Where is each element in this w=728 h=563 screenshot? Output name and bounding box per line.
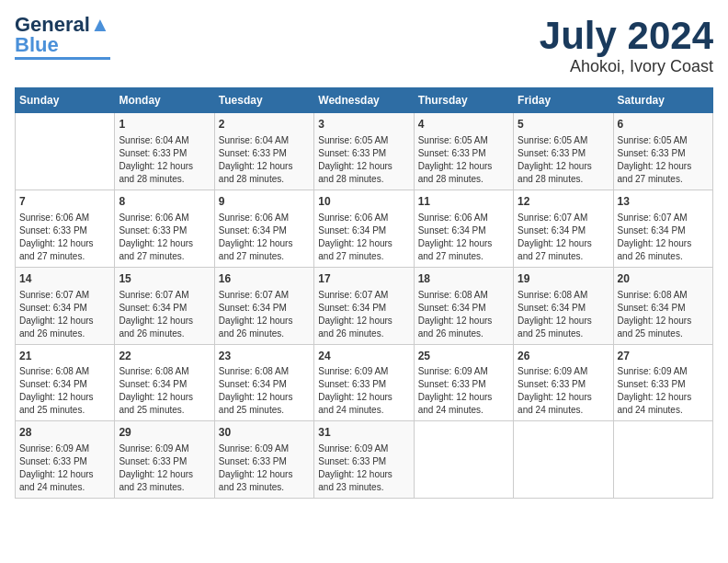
day-number: 8 [119, 194, 210, 210]
day-number: 17 [318, 271, 409, 287]
day-cell: 13Sunrise: 6:07 AM Sunset: 6:34 PM Dayli… [613, 190, 712, 267]
day-number: 1 [119, 117, 210, 132]
day-info: Sunrise: 6:09 AM Sunset: 6:33 PM Dayligh… [318, 442, 409, 494]
day-cell: 20Sunrise: 6:08 AM Sunset: 6:34 PM Dayli… [613, 267, 712, 344]
day-cell: 17Sunrise: 6:07 AM Sunset: 6:34 PM Dayli… [314, 267, 414, 344]
weekday-header-wednesday: Wednesday [314, 88, 414, 113]
day-info: Sunrise: 6:06 AM Sunset: 6:34 PM Dayligh… [219, 212, 310, 263]
day-info: Sunrise: 6:07 AM Sunset: 6:34 PM Dayligh… [219, 289, 310, 340]
day-cell: 1Sunrise: 6:04 AM Sunset: 6:33 PM Daylig… [115, 113, 214, 190]
day-cell: 16Sunrise: 6:07 AM Sunset: 6:34 PM Dayli… [214, 267, 313, 344]
day-cell: 24Sunrise: 6:09 AM Sunset: 6:33 PM Dayli… [314, 344, 414, 421]
day-number: 10 [318, 194, 409, 210]
day-info: Sunrise: 6:05 AM Sunset: 6:33 PM Dayligh… [418, 134, 509, 186]
day-number: 27 [618, 349, 709, 364]
day-number: 22 [119, 349, 210, 364]
day-info: Sunrise: 6:08 AM Sunset: 6:34 PM Dayligh… [418, 289, 509, 340]
day-number: 12 [518, 194, 609, 210]
day-cell: 21Sunrise: 6:08 AM Sunset: 6:34 PM Dayli… [16, 344, 115, 421]
day-cell: 27Sunrise: 6:09 AM Sunset: 6:33 PM Dayli… [613, 344, 712, 421]
day-info: Sunrise: 6:09 AM Sunset: 6:33 PM Dayligh… [518, 365, 609, 417]
day-number: 25 [418, 349, 509, 364]
week-row-3: 14Sunrise: 6:07 AM Sunset: 6:34 PM Dayli… [16, 267, 713, 344]
day-cell: 11Sunrise: 6:06 AM Sunset: 6:34 PM Dayli… [414, 190, 513, 267]
day-cell: 14Sunrise: 6:07 AM Sunset: 6:34 PM Dayli… [16, 267, 115, 344]
day-number: 21 [19, 349, 110, 364]
day-cell [16, 113, 115, 190]
day-info: Sunrise: 6:09 AM Sunset: 6:33 PM Dayligh… [418, 365, 509, 417]
logo-text: General▲ [15, 15, 110, 35]
day-info: Sunrise: 6:09 AM Sunset: 6:33 PM Dayligh… [19, 442, 110, 494]
day-cell: 26Sunrise: 6:09 AM Sunset: 6:33 PM Dayli… [514, 344, 613, 421]
day-info: Sunrise: 6:05 AM Sunset: 6:33 PM Dayligh… [518, 134, 609, 186]
day-number: 23 [219, 349, 310, 364]
calendar-table: SundayMondayTuesdayWednesdayThursdayFrid… [15, 87, 713, 499]
day-info: Sunrise: 6:09 AM Sunset: 6:33 PM Dayligh… [119, 442, 210, 494]
day-info: Sunrise: 6:06 AM Sunset: 6:34 PM Dayligh… [318, 212, 409, 263]
day-cell: 5Sunrise: 6:05 AM Sunset: 6:33 PM Daylig… [514, 113, 613, 190]
day-info: Sunrise: 6:04 AM Sunset: 6:33 PM Dayligh… [119, 134, 210, 186]
day-cell: 19Sunrise: 6:08 AM Sunset: 6:34 PM Dayli… [514, 267, 613, 344]
title-block: July 2024 Ahokoi, Ivory Coast [540, 15, 713, 76]
day-number: 14 [19, 271, 110, 287]
day-cell [613, 421, 712, 499]
day-cell: 2Sunrise: 6:04 AM Sunset: 6:33 PM Daylig… [214, 113, 313, 190]
day-number: 7 [19, 194, 110, 210]
day-info: Sunrise: 6:06 AM Sunset: 6:34 PM Dayligh… [418, 212, 509, 263]
day-number: 29 [119, 425, 210, 441]
day-cell [514, 421, 613, 499]
day-info: Sunrise: 6:09 AM Sunset: 6:33 PM Dayligh… [318, 365, 409, 417]
day-cell: 22Sunrise: 6:08 AM Sunset: 6:34 PM Dayli… [115, 344, 214, 421]
weekday-header-thursday: Thursday [414, 88, 513, 113]
header-row: SundayMondayTuesdayWednesdayThursdayFrid… [16, 88, 713, 113]
day-number: 28 [19, 425, 110, 441]
day-number: 5 [518, 117, 609, 132]
day-cell [414, 421, 513, 499]
day-number: 19 [518, 271, 609, 287]
day-number: 18 [418, 271, 509, 287]
day-cell: 6Sunrise: 6:05 AM Sunset: 6:33 PM Daylig… [613, 113, 712, 190]
day-number: 6 [618, 117, 709, 132]
day-cell: 31Sunrise: 6:09 AM Sunset: 6:33 PM Dayli… [314, 421, 414, 499]
day-cell: 23Sunrise: 6:08 AM Sunset: 6:34 PM Dayli… [214, 344, 313, 421]
day-number: 9 [219, 194, 310, 210]
week-row-5: 28Sunrise: 6:09 AM Sunset: 6:33 PM Dayli… [16, 421, 713, 499]
day-cell: 7Sunrise: 6:06 AM Sunset: 6:33 PM Daylig… [16, 190, 115, 267]
location-title: Ahokoi, Ivory Coast [540, 57, 713, 76]
day-number: 15 [119, 271, 210, 287]
day-info: Sunrise: 6:08 AM Sunset: 6:34 PM Dayligh… [219, 365, 310, 417]
day-number: 13 [618, 194, 709, 210]
day-cell: 18Sunrise: 6:08 AM Sunset: 6:34 PM Dayli… [414, 267, 513, 344]
day-info: Sunrise: 6:08 AM Sunset: 6:34 PM Dayligh… [119, 365, 210, 417]
day-info: Sunrise: 6:07 AM Sunset: 6:34 PM Dayligh… [618, 212, 709, 263]
day-cell: 9Sunrise: 6:06 AM Sunset: 6:34 PM Daylig… [214, 190, 313, 267]
day-number: 3 [318, 117, 409, 132]
day-cell: 29Sunrise: 6:09 AM Sunset: 6:33 PM Dayli… [115, 421, 214, 499]
day-cell: 30Sunrise: 6:09 AM Sunset: 6:33 PM Dayli… [214, 421, 313, 499]
day-number: 20 [618, 271, 709, 287]
day-cell: 15Sunrise: 6:07 AM Sunset: 6:34 PM Dayli… [115, 267, 214, 344]
logo-underline [15, 57, 110, 60]
day-info: Sunrise: 6:08 AM Sunset: 6:34 PM Dayligh… [518, 289, 609, 340]
page-header: General▲ Blue July 2024 Ahokoi, Ivory Co… [15, 15, 713, 76]
day-number: 16 [219, 271, 310, 287]
day-number: 24 [318, 349, 409, 364]
weekday-header-sunday: Sunday [16, 88, 115, 113]
day-info: Sunrise: 6:04 AM Sunset: 6:33 PM Dayligh… [219, 134, 310, 186]
day-cell: 12Sunrise: 6:07 AM Sunset: 6:34 PM Dayli… [514, 190, 613, 267]
day-cell: 3Sunrise: 6:05 AM Sunset: 6:33 PM Daylig… [314, 113, 414, 190]
day-cell: 4Sunrise: 6:05 AM Sunset: 6:33 PM Daylig… [414, 113, 513, 190]
day-number: 4 [418, 117, 509, 132]
day-cell: 8Sunrise: 6:06 AM Sunset: 6:33 PM Daylig… [115, 190, 214, 267]
day-number: 11 [418, 194, 509, 210]
week-row-1: 1Sunrise: 6:04 AM Sunset: 6:33 PM Daylig… [16, 113, 713, 190]
day-cell: 28Sunrise: 6:09 AM Sunset: 6:33 PM Dayli… [16, 421, 115, 499]
weekday-header-friday: Friday [514, 88, 613, 113]
day-info: Sunrise: 6:07 AM Sunset: 6:34 PM Dayligh… [119, 289, 210, 340]
day-info: Sunrise: 6:07 AM Sunset: 6:34 PM Dayligh… [518, 212, 609, 263]
weekday-header-monday: Monday [115, 88, 214, 113]
day-number: 26 [518, 349, 609, 364]
week-row-4: 21Sunrise: 6:08 AM Sunset: 6:34 PM Dayli… [16, 344, 713, 421]
day-info: Sunrise: 6:07 AM Sunset: 6:34 PM Dayligh… [19, 289, 110, 340]
day-number: 31 [318, 425, 409, 441]
